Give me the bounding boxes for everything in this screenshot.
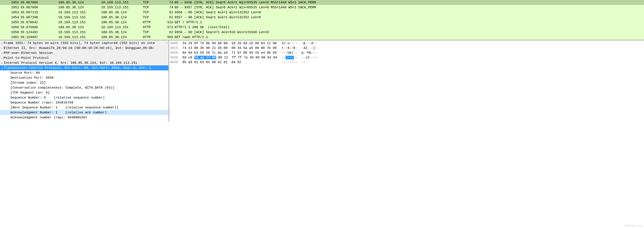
tree-field[interactable]: [Stream index: 22] bbox=[0, 80, 168, 85]
packet-no: 1053 bbox=[0, 10, 20, 15]
hex-bytes: 05 a0 01 03 03 00 01 01 04 02 bbox=[182, 60, 282, 65]
packet-dst: 10.169.113.151 bbox=[101, 5, 143, 10]
packet-proto: TCP bbox=[143, 15, 164, 20]
tree-field-label: [Next Sequence Number: 1 (relative seque… bbox=[0, 105, 118, 110]
chevron-right-icon[interactable]: › bbox=[0, 50, 4, 55]
packet-src: 10.169.113.151 bbox=[58, 20, 101, 24]
hex-dump[interactable]: 000034 29 8f 75 0b 99 60 08 10 26 9d cb … bbox=[169, 41, 644, 122]
chevron-right-icon[interactable]: › bbox=[0, 41, 4, 45]
packet-info: 80 → 9957 [SYN, ACK] Seq=0 Ack=1 Win=655… bbox=[174, 5, 644, 10]
packet-time: 39.067006 bbox=[20, 5, 58, 10]
hex-ascii: ········ ··zI···· bbox=[282, 55, 644, 60]
tree-label: Point-to-Point Protocol bbox=[4, 55, 49, 60]
hex-ascii: ···U&|·· q··P&··· bbox=[282, 50, 644, 55]
packet-info: 80 → 9956 [SYN, ACK] Seq=0 Ack=1 Win=655… bbox=[174, 0, 644, 5]
tree-field[interactable]: Sequence Number: 0 (relative sequence nu… bbox=[0, 95, 168, 100]
packet-proto: TCP bbox=[143, 30, 164, 34]
chevron-right-icon[interactable]: › bbox=[0, 45, 4, 50]
packet-row[interactable]: 108239.32868710.169.113.151180.85.38.124… bbox=[0, 35, 644, 40]
hex-row[interactable]: 001074 13 00 36 00 21 45 00 00 34 5a a5 … bbox=[170, 46, 644, 50]
tree-field[interactable]: [TCP Segment Len: 0] bbox=[0, 90, 168, 95]
packet-dst: 10.169.113.151 bbox=[101, 25, 143, 29]
tree-field[interactable]: Source Port: 80 bbox=[0, 70, 168, 75]
packet-no: 1055 bbox=[0, 20, 20, 24]
packet-src: 180.85.38.124 bbox=[58, 0, 101, 5]
packet-src: 10.169.113.151 bbox=[58, 35, 101, 39]
tree-label: Internet Protocol Version 4, Src: 180.85… bbox=[4, 60, 137, 65]
packet-row[interactable]: 105839.12448110.169.113.151180.85.38.124… bbox=[0, 30, 644, 35]
packet-row[interactable]: 105439.06720810.169.113.151180.85.38.124… bbox=[0, 15, 644, 20]
packet-time: 39.067006 bbox=[20, 0, 58, 5]
hex-row[interactable]: 004005 a0 01 03 03 00 01 01 04 02·······… bbox=[170, 60, 644, 65]
tree-field-label: Sequence Number: 0 (relative sequence nu… bbox=[0, 95, 105, 100]
packet-proto: TCP bbox=[143, 5, 164, 10]
chevron-down-icon[interactable]: ⌄ bbox=[0, 65, 4, 70]
hex-offset: 0030 bbox=[170, 55, 182, 60]
packet-info: GET /web HTTP/1.1 bbox=[174, 35, 644, 39]
hex-bytes: 74 13 00 36 00 21 45 00 00 34 5a a5 00 0… bbox=[182, 46, 282, 50]
tree-pppoe[interactable]: › PPP-over-Ethernet Session bbox=[0, 50, 168, 55]
tree-frame[interactable]: › Frame 1051: 74 bytes on wire (592 bits… bbox=[0, 41, 168, 45]
hex-bytes: 8e 0d b4 55 26 7c 0a a9 71 97 00 50 26 e… bbox=[182, 50, 282, 55]
tree-field[interactable]: Acknowledgment number (raw): 3048085381 bbox=[0, 115, 168, 120]
packet-details-tree[interactable]: › Frame 1051: 74 bytes on wire (592 bits… bbox=[0, 41, 169, 122]
tree-field[interactable]: [Next Sequence Number: 1 (relative seque… bbox=[0, 105, 168, 110]
tree-ppp[interactable]: › Point-to-Point Protocol bbox=[0, 55, 168, 60]
packet-len: 62 bbox=[164, 30, 174, 34]
packet-dst: 180.85.38.124 bbox=[101, 20, 143, 24]
packet-list[interactable]: 105139.067006180.85.38.12410.169.113.151… bbox=[0, 0, 644, 41]
packet-dst: 180.85.38.124 bbox=[101, 10, 143, 15]
packet-len: 569 bbox=[164, 35, 174, 39]
packet-src: 180.85.38.124 bbox=[58, 5, 101, 10]
hex-row[interactable]: 00208e 0d b4 55 26 7c 0a a9 71 97 00 50 … bbox=[170, 50, 644, 55]
hex-offset: 0040 bbox=[170, 60, 182, 65]
tree-field-label: Acknowledgment number (raw): 3048085381 bbox=[0, 115, 87, 120]
packet-proto: HTTP bbox=[143, 25, 164, 29]
packet-len: 74 bbox=[164, 5, 174, 10]
tree-ethernet[interactable]: › Ethernet II, Src: HuaweiTe_26:9d:cb (6… bbox=[0, 45, 168, 50]
packet-dst: 10.169.113.151 bbox=[101, 0, 143, 5]
packet-dst: 180.85.38.124 bbox=[101, 30, 143, 34]
hex-bytes: 9d c0 b5 ae 17 85 80 12 ff ff 7a 49 00 0… bbox=[182, 55, 282, 60]
tree-label: Transmission Control Protocol, Src Port:… bbox=[4, 65, 155, 70]
packet-row[interactable]: 105339.06711510.169.113.151180.85.38.124… bbox=[0, 10, 644, 15]
tree-field-label: [TCP Segment Len: 0] bbox=[0, 90, 50, 95]
tree-field[interactable]: [Conversation completeness: Complete, WI… bbox=[0, 85, 168, 90]
tree-field-label: [Conversation completeness: Complete, WI… bbox=[0, 85, 114, 90]
packet-src: 10.169.113.151 bbox=[58, 30, 101, 34]
tree-field[interactable]: Sequence Number (raw): 194616768 bbox=[0, 100, 168, 105]
packet-time: 39.067208 bbox=[20, 15, 58, 20]
hex-ascii-highlight: ···· bbox=[286, 56, 294, 59]
packet-info: 9956 → 80 [ACK] Seq=1 Ack=1 Win=132352 L… bbox=[174, 10, 644, 15]
hex-ascii: 4)·u··`· ·&···d·· bbox=[282, 41, 644, 46]
tree-field-label: [Stream index: 22] bbox=[0, 80, 46, 85]
tree-tcp[interactable]: ⌄ Transmission Control Protocol, Src Por… bbox=[0, 65, 168, 70]
packet-row[interactable]: 105539.07064210.169.113.151180.85.38.124… bbox=[0, 20, 644, 25]
packet-proto: HTTP bbox=[143, 35, 164, 39]
packet-row[interactable]: 105239.067006180.85.38.12410.169.113.151… bbox=[0, 5, 644, 10]
packet-time: 39.124481 bbox=[20, 30, 58, 34]
packet-len: 62 bbox=[164, 10, 174, 15]
packet-no: 1056 bbox=[0, 25, 20, 29]
tree-field[interactable]: Acknowledgment Number: 1 (relative ack n… bbox=[0, 110, 168, 115]
packet-src: 180.85.38.124 bbox=[58, 25, 101, 29]
hex-bytes: 34 29 8f 75 0b 99 60 08 10 26 9d cb 88 6… bbox=[182, 41, 282, 46]
hex-row[interactable]: 000034 29 8f 75 0b 99 60 08 10 26 9d cb … bbox=[170, 41, 644, 46]
packet-info: GET / HTTP/1.1 bbox=[174, 20, 644, 24]
tree-field[interactable]: Destination Port: 9956 bbox=[0, 75, 168, 80]
packet-time: 39.070642 bbox=[20, 20, 58, 24]
packet-no: 1052 bbox=[0, 5, 20, 10]
packet-src: 10.169.113.151 bbox=[58, 15, 101, 20]
chevron-right-icon[interactable]: › bbox=[0, 55, 4, 60]
packet-len: 571 bbox=[164, 25, 174, 29]
packet-info: HTTP/1.1 200 OK (text/html) bbox=[174, 25, 644, 29]
hex-row[interactable]: 00309d c0 b5 ae 17 85 80 12 ff ff 7a 49 … bbox=[170, 55, 644, 60]
packet-row[interactable]: 105639.076086180.85.38.12410.169.113.151… bbox=[0, 25, 644, 30]
tree-ip[interactable]: › Internet Protocol Version 4, Src: 180.… bbox=[0, 60, 168, 65]
tree-field-label: Sequence Number (raw): 194616768 bbox=[0, 100, 73, 105]
scroll-up-icon[interactable]: ^ bbox=[166, 41, 168, 45]
packet-row[interactable]: 105139.067006180.85.38.12410.169.113.151… bbox=[0, 0, 644, 5]
chevron-right-icon[interactable]: › bbox=[0, 60, 4, 65]
tree-field-label: Destination Port: 9956 bbox=[0, 75, 54, 80]
packet-proto: TCP bbox=[143, 10, 164, 15]
